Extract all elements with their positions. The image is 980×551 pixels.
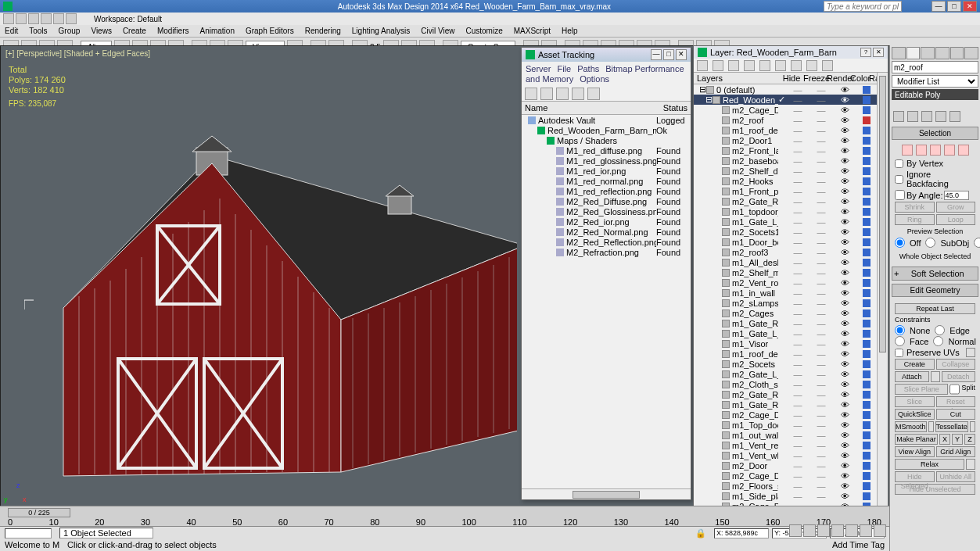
config-icon[interactable] [949, 111, 960, 122]
layer-color-swatch[interactable] [863, 106, 871, 114]
render-toggle[interactable]: 👁 [833, 360, 856, 369]
freeze-toggle[interactable]: — [809, 339, 833, 349]
subobj-polygon-icon[interactable] [944, 145, 955, 156]
hide-toggle[interactable]: — [786, 217, 809, 227]
lock-icon[interactable]: 🔒 [695, 528, 706, 538]
asset-row[interactable]: M1_red_glossiness.pngFound [522, 156, 691, 166]
layer-row[interactable]: m2_Shelf_desk——👁▫ [694, 166, 888, 176]
constraint-none-radio[interactable] [895, 325, 905, 335]
coord-x[interactable]: X: 5828,989c [714, 528, 769, 538]
hide-toggle[interactable]: — [786, 319, 809, 328]
layer-color-swatch[interactable] [863, 167, 871, 175]
expand-icon[interactable]: ⊟ [698, 84, 706, 95]
layer-color-swatch[interactable] [863, 482, 871, 490]
hide-toggle[interactable]: — [786, 370, 809, 379]
hide-toggle[interactable]: — [786, 227, 809, 237]
hide-toggle[interactable]: — [786, 126, 809, 135]
menu-help[interactable]: Help [562, 27, 578, 35]
menu-edit[interactable]: Edit [5, 27, 18, 35]
layer-row[interactable]: m2_Gate_L_rolls——👁▫ [694, 369, 888, 379]
relax-button[interactable]: Relax [895, 459, 964, 470]
freeze-toggle[interactable]: — [809, 380, 833, 389]
asset-row[interactable]: M2_Red_Normal.pngFound [522, 227, 691, 237]
menu-tools[interactable]: Tools [29, 27, 47, 35]
collapse-button[interactable]: Collapse [936, 359, 976, 370]
slice-button[interactable]: Slice [895, 396, 935, 407]
hide-toggle[interactable]: — [786, 268, 809, 277]
asset-row[interactable]: M1_red_normal.pngFound [522, 176, 691, 186]
layer-row[interactable]: m2_Gate_R_rolls——👁▫ [694, 389, 888, 399]
freeze-toggle[interactable]: — [809, 197, 833, 206]
hide-toggle[interactable]: — [786, 288, 809, 298]
render-toggle[interactable]: 👁 [833, 309, 856, 318]
tab-motion-icon[interactable] [935, 47, 949, 59]
layer-col-hide[interactable]: Hide [780, 73, 803, 83]
hide-toggle[interactable]: — [786, 177, 809, 186]
layer-row[interactable]: m1_Gate_R_whi——👁▫ [694, 399, 888, 410]
layer-color-swatch[interactable] [863, 442, 871, 449]
asset-tool-2-icon[interactable] [540, 88, 553, 100]
freeze-toggle[interactable]: — [809, 238, 833, 247]
add-time-tag[interactable]: Add Time Tag [832, 540, 885, 549]
render-toggle[interactable]: 👁 [833, 400, 856, 410]
render-toggle[interactable]: 👁 [833, 319, 856, 328]
layer-row[interactable]: m1_Vent_whites——👁▫ [694, 450, 888, 460]
ignore-backfacing-checkbox[interactable] [895, 175, 903, 184]
hide-toggle[interactable]: — [786, 390, 809, 399]
qa-link-icon[interactable] [66, 13, 77, 24]
cut-button[interactable]: Cut [936, 409, 976, 420]
render-toggle[interactable]: 👁 [833, 85, 856, 95]
freeze-toggle[interactable]: — [809, 288, 833, 298]
layer-row[interactable]: m2_Door1——👁▫ [694, 135, 888, 145]
layer-row[interactable]: m1_Visor——👁▫ [694, 338, 888, 349]
freeze-toggle[interactable]: — [809, 471, 833, 481]
layer-color-swatch[interactable] [863, 370, 871, 378]
layer-row[interactable]: ⊟Red_Wooden_Farm✓——👁▫ [694, 95, 888, 105]
asset-menu-paths[interactable]: Paths [577, 64, 599, 73]
layer-row[interactable]: m2_Cloth_shelf——👁▫ [694, 379, 888, 389]
menu-graph-editors[interactable]: Graph Editors [246, 27, 294, 35]
detach-button[interactable]: Detach [942, 371, 976, 382]
freeze-toggle[interactable]: — [809, 227, 833, 237]
asset-row[interactable]: Autodesk VaultLogged [522, 115, 691, 125]
play-icon[interactable] [817, 524, 830, 537]
render-toggle[interactable]: 👁 [833, 207, 856, 216]
hide-toggle[interactable]: — [786, 360, 809, 369]
hide-toggle[interactable]: — [786, 238, 809, 247]
hide-toggle[interactable]: — [786, 248, 809, 257]
freeze-toggle[interactable]: — [809, 278, 833, 288]
tab-modify-icon[interactable] [906, 47, 921, 59]
layer-color-swatch[interactable] [863, 381, 871, 388]
freeze-toggle[interactable]: — [809, 329, 833, 338]
tab-hierarchy-icon[interactable] [921, 47, 935, 59]
asset-row[interactable]: M1_red_diffuse.pngFound [522, 145, 691, 156]
render-toggle[interactable]: 👁 [833, 217, 856, 227]
layer-color-swatch[interactable] [863, 238, 871, 246]
help-search-input[interactable] [824, 1, 902, 12]
layer-color-swatch[interactable] [863, 86, 871, 94]
next-frame-icon[interactable] [831, 524, 844, 537]
constraint-normal-radio[interactable] [933, 336, 943, 346]
freeze-toggle[interactable]: — [809, 431, 833, 440]
rollout-selection[interactable]: Selection [892, 127, 978, 140]
layer-row[interactable]: m2_roof——👁▫ [694, 115, 888, 125]
layer-color-swatch[interactable] [863, 116, 871, 124]
layer-color-swatch[interactable] [863, 289, 871, 297]
planar-y-button[interactable]: Y [952, 434, 963, 445]
by-vertex-checkbox[interactable] [895, 159, 903, 168]
repeat-last-button[interactable]: Repeat Last [895, 303, 975, 314]
loop-button[interactable]: Loop [936, 214, 976, 225]
asset-close-button[interactable]: ✕ [676, 49, 687, 60]
freeze-toggle[interactable]: — [809, 85, 833, 95]
layer-new-icon[interactable] [697, 60, 708, 71]
script-listener[interactable] [5, 528, 52, 538]
render-toggle[interactable]: 👁 [833, 431, 856, 440]
asset-row[interactable]: M2_Refraction.pngFound [522, 247, 691, 257]
layer-row[interactable]: m1_roof_deco——👁▫ [694, 349, 888, 359]
render-toggle[interactable]: 👁 [833, 227, 856, 237]
layer-row[interactable]: m2_roof3——👁▫ [694, 247, 888, 257]
layer-color-swatch[interactable] [863, 492, 871, 500]
layer-row[interactable]: m1_Door_box——👁▫ [694, 237, 888, 247]
key-mode-icon[interactable] [860, 524, 872, 537]
subobj-border-icon[interactable] [930, 145, 941, 156]
